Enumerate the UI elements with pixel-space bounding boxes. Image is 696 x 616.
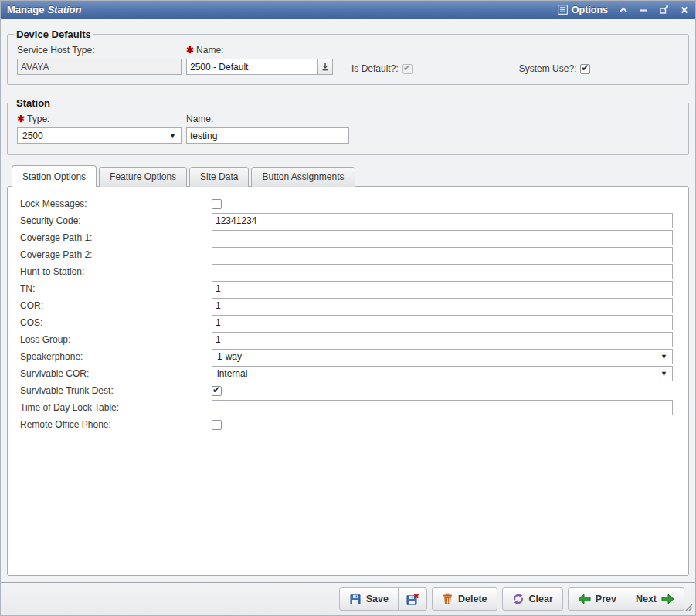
form-row: Loss Group: — [20, 332, 673, 347]
coverage-path-2-label: Coverage Path 2: — [20, 249, 212, 260]
station-type-label: ✱Type: — [17, 113, 182, 124]
minimize-button[interactable] — [639, 5, 648, 15]
cor-label: COR: — [20, 300, 212, 311]
tab-strip: Station OptionsFeature OptionsSite DataB… — [7, 164, 689, 186]
refresh-icon — [512, 593, 525, 605]
collapse-button[interactable] — [619, 5, 628, 15]
system-use-label: System Use?: — [519, 63, 577, 74]
close-button[interactable] — [680, 5, 689, 15]
cos-input[interactable] — [212, 315, 673, 330]
expand-icon — [659, 5, 669, 15]
tn-label: TN: — [20, 283, 212, 294]
form-row: TN: — [20, 281, 673, 296]
service-host-type-field — [17, 59, 182, 75]
form-row: Time of Day Lock Table: — [20, 400, 673, 415]
minus-icon — [639, 5, 648, 15]
options-button[interactable]: Options — [558, 5, 608, 15]
options-button-label: Options — [572, 5, 608, 15]
tab-label: Station Options — [22, 171, 86, 182]
security-code-input[interactable] — [212, 213, 673, 228]
resize-handle[interactable] — [683, 601, 693, 614]
is-default-label: Is Default?: — [351, 63, 399, 74]
form-row: COR: — [20, 298, 673, 313]
service-host-type-label: Service Host Type: — [17, 45, 182, 56]
window-body: Device Defaults Service Host Type: ✱Name… — [1, 19, 695, 582]
remote-office-phone-label: Remote Office Phone: — [20, 419, 212, 430]
speakerphone-label: Speakerphone: — [20, 351, 212, 362]
loss-group-label: Loss Group: — [20, 334, 212, 345]
clear-button-label: Clear — [529, 594, 553, 604]
station-fieldset: Station ✱Type: 2500 ▼ Name: — [7, 97, 689, 155]
tab-site-data[interactable]: Site Data — [189, 167, 249, 187]
coverage-path-1-input[interactable] — [212, 230, 673, 245]
hunt-to-station-label: Hunt-to Station: — [20, 266, 212, 277]
device-name-input[interactable] — [186, 59, 317, 75]
form-row: Speakerphone:1-way▼ — [20, 349, 673, 364]
coverage-path-2-input[interactable] — [212, 247, 673, 262]
picker-icon — [321, 63, 329, 71]
time-of-day-lock-table-label: Time of Day Lock Table: — [20, 402, 212, 413]
cos-label: COS: — [20, 317, 212, 328]
device-defaults-fieldset: Device Defaults Service Host Type: ✱Name… — [7, 29, 689, 85]
loss-group-input[interactable] — [212, 332, 673, 347]
station-options-form: Lock Messages:Security Code:Coverage Pat… — [20, 196, 673, 432]
chevron-down-icon: ▼ — [660, 353, 667, 360]
tab-station-options[interactable]: Station Options — [12, 165, 97, 187]
time-of-day-lock-table-input[interactable] — [212, 400, 673, 415]
window-title-emphasis: Station — [47, 4, 81, 15]
tab-button-assignments[interactable]: Button Assignments — [251, 167, 355, 187]
survivable-trunk-dest-checkbox[interactable] — [212, 386, 222, 396]
form-row: Remote Office Phone: — [20, 417, 673, 432]
delete-button[interactable]: Delete — [432, 587, 497, 611]
chevron-up-icon — [619, 5, 628, 15]
form-row: Lock Messages: — [20, 196, 673, 212]
station-name-input[interactable] — [186, 127, 349, 144]
next-button-label: Next — [636, 594, 657, 604]
maximize-button[interactable] — [659, 5, 669, 15]
form-row: Security Code: — [20, 213, 673, 228]
tab-feature-options[interactable]: Feature Options — [99, 167, 187, 187]
station-legend: Station — [14, 97, 53, 109]
form-row: COS: — [20, 315, 673, 330]
manage-station-window: ManageStation Options — [0, 0, 696, 616]
speakerphone-select[interactable]: 1-way▼ — [212, 349, 673, 364]
station-type-select[interactable]: 2500 ▼ — [17, 127, 182, 144]
required-marker: ✱ — [17, 113, 25, 124]
list-icon — [558, 5, 568, 15]
device-name-combo — [186, 59, 333, 75]
remote-office-phone-checkbox[interactable] — [212, 420, 222, 430]
station-type-value: 2500 — [22, 130, 43, 141]
device-name-picker-button[interactable] — [317, 59, 333, 75]
hunt-to-station-input[interactable] — [212, 264, 673, 279]
survivable-cor-label: Survivable COR: — [20, 368, 212, 379]
survivable-trunk-dest-label: Survivable Trunk Dest: — [20, 385, 212, 396]
prev-button[interactable]: Prev — [568, 587, 626, 611]
save-and-close-button[interactable] — [398, 587, 427, 611]
clear-button[interactable]: Clear — [502, 587, 563, 611]
window-title: ManageStation — [7, 4, 81, 15]
prev-next-button-group: Prev Next — [568, 587, 684, 611]
save-button-label: Save — [366, 594, 389, 604]
save-button-group: Save — [339, 587, 427, 611]
prev-button-label: Prev — [596, 594, 616, 604]
station-tab-panel: Station OptionsFeature OptionsSite DataB… — [7, 164, 689, 576]
survivable-cor-select[interactable]: internal▼ — [212, 366, 673, 381]
bottom-toolbar: Save Delete — [1, 582, 695, 615]
lock-messages-checkbox[interactable] — [212, 199, 222, 209]
save-close-icon — [406, 593, 419, 606]
chevron-down-icon: ▼ — [660, 370, 667, 377]
save-button[interactable]: Save — [339, 587, 399, 611]
system-use-checkbox[interactable] — [580, 64, 590, 74]
cor-input[interactable] — [212, 298, 673, 313]
device-name-label: ✱Name: — [186, 45, 333, 56]
required-marker: ✱ — [186, 45, 194, 56]
tn-input[interactable] — [212, 281, 673, 296]
survivable-cor-value: internal — [217, 368, 247, 379]
form-row: Hunt-to Station: — [20, 264, 673, 279]
next-button[interactable]: Next — [626, 587, 684, 611]
form-row: Coverage Path 2: — [20, 247, 673, 262]
window-title-prefix: Manage — [7, 4, 44, 15]
security-code-label: Security Code: — [20, 215, 212, 226]
chevron-down-icon: ▼ — [169, 132, 176, 140]
form-row: Coverage Path 1: — [20, 230, 673, 245]
